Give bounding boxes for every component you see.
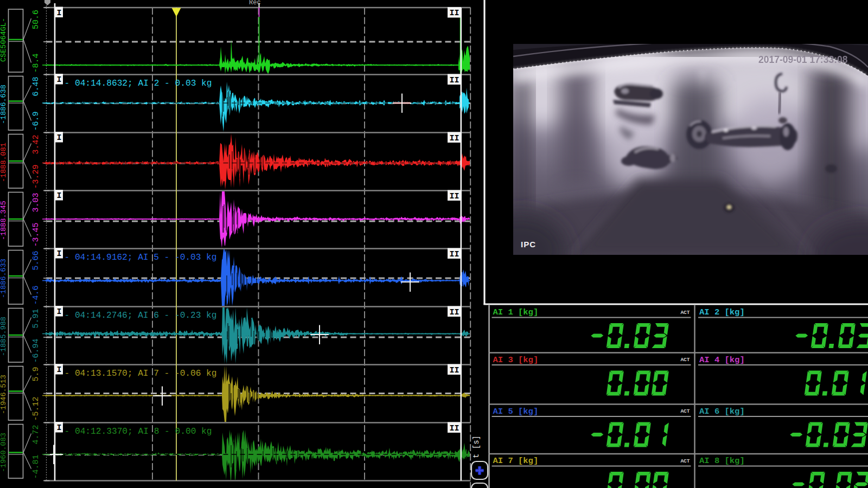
svg-text:ACT: ACT [680, 458, 690, 464]
svg-text:II: II [449, 424, 459, 433]
svg-text:AI 7 [kg]: AI 7 [kg] [493, 456, 539, 466]
svg-text:AI 5 [kg]: AI 5 [kg] [493, 407, 539, 416]
svg-text:6.48: 6.48 [31, 77, 41, 97]
svg-text:II: II [449, 192, 459, 201]
svg-text:AI 3 [kg]: AI 3 [kg] [493, 355, 539, 365]
svg-text:AI 8 [kg]: AI 8 [kg] [699, 456, 745, 466]
svg-text:-1960.083: -1960.083 [0, 433, 8, 472]
svg-text:- 04:12.3370; AI 8 - 0.00 kg: - 04:12.3370; AI 8 - 0.00 kg [65, 427, 212, 436]
svg-text:IPC: IPC [521, 240, 536, 249]
svg-text:-1885.988: -1885.988 [0, 317, 8, 356]
svg-text:-6.94: -6.94 [31, 338, 41, 363]
svg-text:-1886.633: -1886.633 [0, 259, 8, 298]
svg-text:3.03: 3.03 [31, 193, 41, 213]
svg-text:AI 1 [kg]: AI 1 [kg] [493, 307, 539, 317]
svg-text:II: II [449, 76, 459, 85]
svg-text:t [s]: t [s] [472, 435, 481, 458]
svg-text:AI 4 [kg]: AI 4 [kg] [699, 355, 745, 365]
svg-text:II: II [449, 250, 459, 259]
svg-text:II: II [449, 134, 459, 143]
svg-text:-4.81: -4.81 [31, 454, 41, 479]
svg-text:ACT: ACT [680, 408, 690, 414]
svg-text:- 04:14.9162; AI 5 - -0.03 kg: - 04:14.9162; AI 5 - -0.03 kg [65, 253, 217, 262]
svg-text:-8.4: -8.4 [31, 53, 41, 73]
svg-text:2017-09-01 17:33:08: 2017-09-01 17:33:08 [758, 54, 848, 65]
svg-text:3.42: 3.42 [31, 135, 41, 155]
svg-text:ACT: ACT [680, 310, 690, 316]
svg-text:I: I [56, 191, 61, 201]
svg-text:5.9: 5.9 [31, 367, 41, 382]
svg-text:5.91: 5.91 [31, 309, 41, 329]
svg-text:- 04:14.8632; AI 2 - 0.03 kg: - 04:14.8632; AI 2 - 0.03 kg [65, 79, 212, 88]
svg-text:I: I [56, 307, 61, 317]
svg-text:I: I [56, 75, 61, 85]
svg-text:-5.12: -5.12 [31, 396, 41, 421]
svg-text:- 04:14.2746; AI 6 - -0.23 kg: - 04:14.2746; AI 6 - -0.23 kg [65, 311, 217, 320]
svg-text:4.72: 4.72 [31, 425, 41, 445]
svg-text:I: I [56, 365, 61, 375]
svg-text:II: II [449, 366, 459, 375]
svg-text:I: I [56, 249, 61, 259]
svg-text:-1886.638: -1886.638 [0, 85, 8, 124]
svg-text:I: I [56, 9, 61, 18]
svg-text:-3.45: -3.45 [31, 222, 41, 247]
svg-text:-6.9: -6.9 [31, 111, 41, 131]
svg-text:II: II [449, 9, 459, 18]
svg-text:AI 2 [kg]: AI 2 [kg] [699, 307, 745, 317]
svg-text:-4.6: -4.6 [31, 285, 41, 305]
svg-text:I: I [56, 423, 61, 433]
svg-text:-1888.345: -1888.345 [0, 201, 8, 240]
svg-text:50.6: 50.6 [31, 10, 41, 29]
svg-text:AI 6 [kg]: AI 6 [kg] [699, 407, 745, 416]
svg-text:CSE5064GL-: CSE5064GL- [0, 18, 8, 62]
svg-text:I: I [56, 133, 61, 143]
svg-text:-1888.081: -1888.081 [0, 143, 8, 182]
svg-text:ACT: ACT [680, 357, 690, 363]
svg-text:II: II [449, 308, 459, 317]
svg-text:5.66: 5.66 [31, 251, 41, 271]
svg-text:-3.29: -3.29 [31, 164, 41, 189]
svg-text:-1946.513: -1946.513 [0, 375, 8, 414]
svg-text:- 04:13.1570; AI 7 - -0.06 kg: - 04:13.1570; AI 7 - -0.06 kg [65, 369, 217, 378]
